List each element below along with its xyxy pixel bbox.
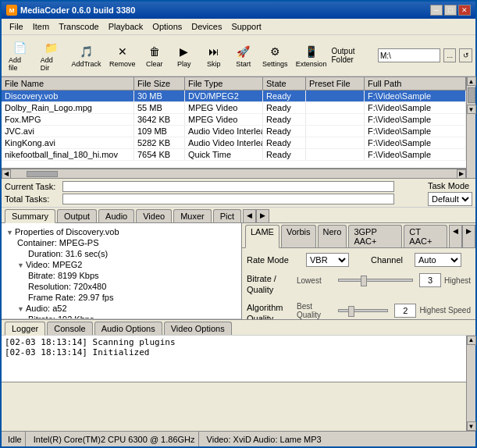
add-track-button[interactable]: 🎵 AddTrack	[68, 41, 104, 70]
cell-preset	[306, 114, 365, 125]
column-header-filesize[interactable]: File Size	[134, 77, 185, 90]
lame-tab-prev[interactable]: ◀	[449, 225, 462, 247]
scroll-down-button[interactable]: ▼	[467, 105, 476, 114]
cell-filename: Dolby_Rain_Logo.mpg	[2, 102, 134, 113]
rate-mode-select[interactable]: VBR	[306, 253, 349, 267]
column-header-fullpath[interactable]: Full Path	[365, 77, 466, 90]
status-idle: Idle	[5, 432, 26, 446]
scroll-thumb[interactable]	[468, 87, 475, 103]
table-row[interactable]: JVC.avi 109 MB Audio Video Interleave Re…	[2, 126, 466, 137]
tree-item-label: Frame Rate: 29.97 fps	[28, 293, 113, 302]
bitrate-slider-thumb[interactable]	[361, 276, 367, 286]
tab-video[interactable]: Video	[136, 209, 172, 222]
settings-button[interactable]: ⚙ Settings	[259, 41, 291, 70]
tab-console[interactable]: Console	[47, 322, 92, 335]
remove-icon: ✕	[114, 43, 131, 60]
cell-filename: Discovery.vob	[2, 91, 134, 101]
list-item: ▼Properties of Discovery.vob	[5, 226, 238, 237]
algorithm-slider-thumb[interactable]	[348, 306, 354, 317]
toolbar: 📄 Add file 📁 Add Dir 🎵 AddTrack ✕ Remove…	[2, 35, 475, 76]
column-header-state[interactable]: State	[263, 77, 306, 90]
scroll-up-button[interactable]: ▲	[467, 76, 476, 86]
tab-next-button[interactable]: ▶	[256, 209, 269, 222]
output-folder-input[interactable]	[378, 48, 440, 62]
tab-summary[interactable]: Summary	[5, 209, 55, 223]
list-item: ▼Video: MPEG2	[5, 259, 238, 270]
lame-tab-next[interactable]: ▶	[462, 225, 475, 247]
table-row[interactable]: KingKong.avi 5282 KB Audio Video Interle…	[2, 137, 466, 149]
menu-item[interactable]: Item	[28, 20, 54, 33]
table-row[interactable]: nikefootball_final_180_hi.mov 7654 KB Qu…	[2, 149, 466, 161]
column-header-filetype[interactable]: File Type	[185, 77, 263, 90]
start-button[interactable]: 🚀 Start	[230, 41, 258, 70]
add-file-button[interactable]: 📄 Add file	[5, 37, 35, 74]
lame-tab-3gpp[interactable]: 3GPP AAC+	[348, 225, 402, 247]
refresh-button[interactable]: ↺	[459, 48, 472, 62]
menu-file[interactable]: File	[5, 20, 28, 33]
table-row[interactable]: Discovery.vob 30 MB DVD/MPEG2 Ready F:\V…	[2, 91, 466, 102]
lame-tab-nero[interactable]: Nero	[318, 225, 347, 247]
algorithm-quality-label: AlgorithmQuality	[247, 302, 294, 319]
tree-item-label: Duration: 31.6 sec(s)	[28, 249, 108, 258]
tree-expander: ▼	[17, 305, 24, 313]
add-dir-button[interactable]: 📁 Add Dir	[37, 37, 67, 74]
cell-state: Ready	[263, 137, 306, 148]
minimize-button[interactable]: ─	[430, 5, 443, 16]
task-mode-select[interactable]: Default	[428, 192, 472, 206]
play-button[interactable]: ▶ Play	[170, 41, 198, 70]
menu-transcode[interactable]: Transcode	[54, 20, 104, 33]
menu-devices[interactable]: Devices	[187, 20, 226, 33]
log-scroll-up[interactable]: ▲	[467, 336, 476, 345]
tab-video-options[interactable]: Video Options	[164, 322, 232, 335]
tab-prev-button[interactable]: ◀	[243, 209, 256, 222]
log-scrollbar[interactable]: ▲ ▼	[466, 336, 475, 432]
hscroll-right-button[interactable]: ▶	[457, 169, 466, 179]
channel-select[interactable]: Auto	[415, 253, 461, 267]
lame-tab-ctaac[interactable]: CT AAC+	[404, 225, 447, 247]
cell-filetype: Audio Video Interleave	[185, 126, 263, 137]
menu-options[interactable]: Options	[148, 20, 187, 33]
tab-logger[interactable]: Logger	[5, 322, 45, 336]
maximize-button[interactable]: □	[444, 5, 457, 16]
menu-playback[interactable]: Playback	[104, 20, 148, 33]
menu-support[interactable]: Support	[226, 20, 266, 33]
tree-item-label: Properties of Discovery.vob	[15, 227, 119, 236]
tab-output[interactable]: Output	[57, 209, 97, 222]
browse-button[interactable]: ...	[443, 48, 457, 62]
tab-muxer[interactable]: Muxer	[173, 209, 212, 222]
tab-pict[interactable]: Pict	[213, 209, 241, 222]
horizontal-scrollbar[interactable]: ◀ ▶	[2, 169, 466, 178]
task-mode-label: Task Mode	[428, 181, 472, 190]
tab-audio[interactable]: Audio	[98, 209, 134, 222]
list-item: Container: MPEG-PS	[5, 237, 238, 248]
cell-filetype: MPEG Video	[185, 114, 263, 125]
remove-button[interactable]: ✕ Remove	[106, 41, 139, 70]
hscroll-thumb[interactable]	[27, 171, 58, 177]
tree-item-label: Container: MPEG-PS	[17, 238, 99, 247]
title-bar-buttons: ─ □ ✕	[430, 5, 471, 16]
lame-tabs: LAME Vorbis Nero 3GPP AAC+ CT AAC+ ◀ ▶	[242, 223, 475, 248]
file-list-scrollbar[interactable]: ▲ ▼	[466, 76, 475, 178]
bitrate-slider-track[interactable]	[338, 279, 413, 282]
cell-filesize: 109 MB	[134, 126, 185, 137]
table-row[interactable]: Dolby_Rain_Logo.mpg 55 MB MPEG Video Rea…	[2, 102, 466, 114]
hscroll-left-button[interactable]: ◀	[2, 169, 11, 179]
table-row[interactable]: Fox.MPG 3642 KB MPEG Video Ready F:\Vide…	[2, 114, 466, 126]
close-button[interactable]: ✕	[458, 5, 471, 16]
tab-audio-options[interactable]: Audio Options	[94, 322, 162, 335]
lame-tab-lame[interactable]: LAME	[245, 225, 279, 248]
extension-button[interactable]: 📱 Extension	[293, 41, 330, 70]
algorithm-slider-track[interactable]	[338, 309, 388, 312]
log-line: [02-03 18:13:14] Scanning plugins	[5, 337, 463, 347]
column-header-preset[interactable]: Preset File	[306, 77, 365, 90]
clear-button[interactable]: 🗑 Clear	[141, 41, 169, 70]
cell-preset	[306, 91, 365, 101]
current-task-progress	[62, 181, 394, 192]
skip-button[interactable]: ⏭ Skip	[200, 41, 228, 70]
file-list[interactable]: Discovery.vob 30 MB DVD/MPEG2 Ready F:\V…	[2, 91, 466, 169]
cell-state: Ready	[263, 126, 306, 137]
column-header-filename[interactable]: File Name	[2, 77, 134, 90]
tree-item-label: Resolution: 720x480	[28, 282, 106, 291]
lame-tab-vorbis[interactable]: Vorbis	[281, 225, 316, 247]
log-scroll-down[interactable]: ▼	[467, 421, 476, 431]
